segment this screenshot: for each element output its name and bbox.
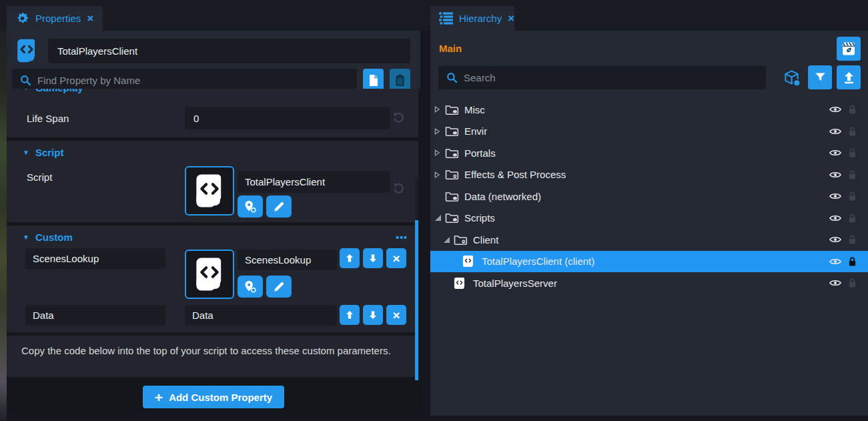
lock-icon[interactable]	[848, 234, 857, 245]
close-icon[interactable]: ×	[508, 13, 514, 24]
eye-icon[interactable]	[829, 171, 841, 179]
chevron-right-icon[interactable]	[434, 105, 444, 113]
section-collapse-icon[interactable]: ▼	[23, 89, 29, 91]
chevron-right-icon[interactable]	[434, 127, 444, 135]
custom-property-value[interactable]	[238, 250, 337, 270]
custom-property-value[interactable]	[185, 305, 337, 326]
delete-property-button[interactable]: ×	[386, 305, 406, 325]
eye-icon[interactable]	[829, 105, 841, 113]
reset-icon[interactable]	[392, 111, 405, 124]
object-name-input[interactable]	[48, 39, 410, 63]
script-icon	[191, 256, 228, 292]
locate-script-button[interactable]	[238, 195, 263, 218]
scene-name-label: Main	[439, 43, 462, 54]
tab-hierarchy-label: Hierarchy	[459, 13, 502, 24]
section-collapse-icon[interactable]: ▼	[23, 149, 29, 156]
properties-scroll-area: ▼ Gameplay Life Span ▼ Script Script	[7, 89, 420, 380]
tab-hierarchy[interactable]: Hierarchy ×	[430, 6, 514, 31]
tree-item-label: Data (networked)	[464, 191, 541, 202]
folder-cube-icon	[445, 191, 460, 202]
export-button[interactable]	[837, 65, 861, 89]
delete-property-button[interactable]: ×	[386, 248, 406, 268]
eye-icon[interactable]	[829, 214, 841, 222]
remove-icon: ×	[392, 252, 400, 265]
lock-icon[interactable]	[848, 278, 857, 288]
add-custom-property-label: Add Custom Property	[169, 392, 272, 403]
move-down-button[interactable]	[363, 305, 383, 325]
lock-icon[interactable]	[848, 213, 857, 224]
entity-cube-icon[interactable]	[782, 68, 801, 87]
eye-icon[interactable]	[829, 149, 841, 157]
pin-search-icon	[244, 200, 257, 214]
tree-row[interactable]: Effects & Post Process	[430, 164, 868, 186]
edit-script-button[interactable]	[266, 195, 292, 218]
section-gameplay-title[interactable]: Gameplay	[35, 89, 83, 93]
move-up-button[interactable]	[340, 248, 360, 268]
tab-properties[interactable]: Properties ×	[7, 6, 103, 31]
move-up-button[interactable]	[340, 305, 360, 325]
tree-item-label: Scripts	[464, 212, 495, 224]
add-custom-property-button[interactable]: + Add Custom Property	[143, 386, 284, 408]
script-asset-name[interactable]	[238, 171, 390, 193]
custom-menu-icon[interactable]: •••	[396, 232, 408, 243]
publish-scene-button[interactable]	[837, 37, 861, 61]
tree-item-label: TotalPlayersClient (client)	[482, 256, 594, 267]
filter-button[interactable]	[808, 65, 832, 89]
hierarchy-search-input[interactable]	[464, 66, 758, 89]
script-asset-thumbnail[interactable]	[185, 166, 234, 216]
lock-icon[interactable]	[848, 256, 857, 267]
tree-row[interactable]: Data (networked)	[430, 185, 868, 207]
tree-row-selected[interactable]: TotalPlayersClient (client)	[430, 251, 868, 273]
viewport-edge	[0, 31, 7, 421]
life-span-input[interactable]	[185, 107, 390, 129]
section-collapse-icon[interactable]: ▼	[23, 234, 29, 241]
close-icon[interactable]: ×	[87, 13, 93, 24]
properties-footer: + Add Custom Property	[7, 380, 420, 414]
copy-icon	[368, 74, 379, 87]
lock-icon[interactable]	[848, 191, 857, 201]
script-icon	[462, 255, 477, 268]
tree-item-label: Effects & Post Process	[464, 169, 566, 180]
lock-icon[interactable]	[848, 147, 857, 158]
paste-icon	[395, 74, 405, 87]
tree-item-label: Portals	[464, 147, 496, 159]
eye-icon[interactable]	[829, 236, 841, 244]
section-script-title[interactable]: Script	[35, 147, 64, 158]
eye-icon[interactable]	[829, 279, 841, 287]
pin-search-icon	[244, 280, 257, 294]
locate-script-button[interactable]	[238, 276, 263, 298]
section-custom-title[interactable]: Custom	[35, 232, 73, 243]
tree-row[interactable]: Portals	[430, 142, 868, 164]
lock-icon[interactable]	[848, 126, 857, 137]
chevron-right-icon[interactable]	[434, 171, 444, 179]
lock-icon[interactable]	[848, 169, 857, 180]
custom-property-name-input[interactable]	[25, 305, 165, 326]
chevron-expanded-icon[interactable]	[443, 236, 453, 244]
eye-icon[interactable]	[829, 192, 841, 200]
hierarchy-tree: Misc Envir Portals Effe	[430, 99, 868, 294]
arrow-up-icon	[346, 254, 354, 263]
reset-icon[interactable]	[392, 182, 405, 195]
move-down-button[interactable]	[363, 248, 383, 268]
folder-pin-icon	[454, 234, 468, 246]
tree-row[interactable]: Scripts	[430, 207, 868, 230]
lock-icon[interactable]	[848, 104, 857, 115]
script-type-icon	[12, 37, 41, 65]
properties-header	[7, 31, 420, 89]
eye-icon[interactable]	[829, 127, 841, 135]
chevron-right-icon[interactable]	[434, 149, 444, 157]
script-asset-thumbnail[interactable]	[185, 250, 234, 299]
tree-row[interactable]: Client	[430, 229, 868, 251]
section-custom: ▼ Custom ••• ×	[7, 226, 418, 332]
tree-row[interactable]: Envir	[430, 121, 868, 143]
scrollbar-thumb[interactable]	[415, 220, 418, 380]
custom-property-name-input[interactable]	[25, 248, 165, 269]
edit-script-button[interactable]	[266, 276, 292, 298]
gear-icon	[15, 11, 29, 25]
tree-row[interactable]: Misc	[430, 99, 868, 121]
eye-icon[interactable]	[829, 258, 841, 266]
tree-item-label: Envir	[464, 125, 487, 137]
chevron-expanded-icon[interactable]	[434, 214, 444, 222]
tree-row[interactable]: TotalPlayersServer	[430, 272, 868, 294]
script-property-label: Script	[27, 171, 52, 183]
